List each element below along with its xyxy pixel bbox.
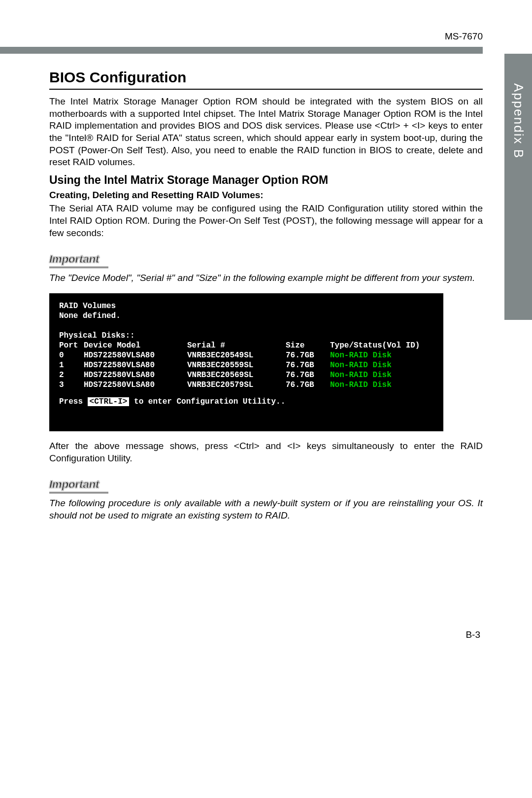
title-underline — [49, 89, 483, 90]
row-port: 3 — [59, 380, 84, 390]
col-size: Size — [286, 341, 330, 350]
row-status: Non-RAID Disk — [330, 380, 392, 390]
disk-table-header: Port Device Model Serial # Size Type/Sta… — [59, 341, 433, 350]
physical-disks-title: Physical Disks:: — [59, 331, 433, 341]
model-number: MS-7670 — [445, 31, 483, 42]
bios-screen: RAID Volumes None defined. Physical Disk… — [49, 293, 443, 431]
row-status: Non-RAID Disk — [330, 370, 392, 380]
intro-paragraph: The Intel Matrix Storage Manager Option … — [49, 96, 483, 169]
row-port: 0 — [59, 350, 84, 360]
paragraph-2: The Serial ATA RAID volume may be config… — [49, 203, 483, 239]
row-serial: VNRB3EC20549SL — [187, 350, 286, 360]
disk-row: 1 HDS722580VLSA80 VNRB3EC20559SL 76.7GB … — [59, 360, 433, 370]
page-content: BIOS Configuration The Intel Matrix Stor… — [49, 69, 483, 522]
row-serial: VNRB3EC20579SL — [187, 380, 286, 390]
important-label-2: Important — [49, 478, 99, 491]
important-underline-2 — [49, 492, 108, 493]
disk-row: 0 HDS722580VLSA80 VNRB3EC20549SL 76.7GB … — [59, 350, 433, 360]
press-post: to enter Configuration Utility.. — [129, 397, 285, 406]
row-model: HDS722580VLSA80 — [84, 350, 187, 360]
subtitle: Using the Intel Matrix Storage Manager O… — [49, 173, 483, 187]
col-serial: Serial # — [187, 341, 286, 350]
row-model: HDS722580VLSA80 — [84, 370, 187, 380]
row-model: HDS722580VLSA80 — [84, 380, 187, 390]
ctrl-i-key: <CTRL-I> — [88, 397, 130, 406]
col-model: Device Model — [84, 341, 187, 350]
paragraph-3: After the above message shows, press <Ct… — [49, 440, 483, 464]
row-size: 76.7GB — [286, 350, 330, 360]
row-port: 1 — [59, 360, 84, 370]
disk-row: 2 HDS722580VLSA80 VNRB3EC20569SL 76.7GB … — [59, 370, 433, 380]
disk-row: 3 HDS722580VLSA80 VNRB3EC20579SL 76.7GB … — [59, 380, 433, 390]
row-size: 76.7GB — [286, 360, 330, 370]
important-text-1: The "Device Model", "Serial #" and "Size… — [49, 272, 483, 284]
important-text-2: The following procedure is only availabl… — [49, 497, 483, 521]
raid-volumes-status: None defined. — [59, 311, 433, 321]
row-serial: VNRB3EC20559SL — [187, 360, 286, 370]
row-status: Non-RAID Disk — [330, 350, 392, 360]
top-bar — [0, 47, 483, 54]
row-model: HDS722580VLSA80 — [84, 360, 187, 370]
row-port: 2 — [59, 370, 84, 380]
important-underline-1 — [49, 267, 108, 268]
row-size: 76.7GB — [286, 380, 330, 390]
row-status: Non-RAID Disk — [330, 360, 392, 370]
important-label-1: Important — [49, 253, 99, 266]
row-serial: VNRB3EC20569SL — [187, 370, 286, 380]
col-port: Port — [59, 341, 84, 350]
page-title: BIOS Configuration — [49, 69, 483, 86]
row-size: 76.7GB — [286, 370, 330, 380]
press-pre: Press — [59, 397, 88, 406]
col-status: Type/Status(Vol ID) — [330, 341, 420, 350]
raid-volumes-title: RAID Volumes — [59, 301, 433, 311]
press-line: Press <CTRL-I> to enter Configuration Ut… — [59, 397, 433, 407]
page-number: B-3 — [466, 629, 480, 640]
side-tab-label: Appendix B — [511, 83, 526, 159]
side-tab: Appendix B — [504, 54, 532, 320]
sub-subtitle: Creating, Deleting and Resetting RAID Vo… — [49, 190, 483, 201]
